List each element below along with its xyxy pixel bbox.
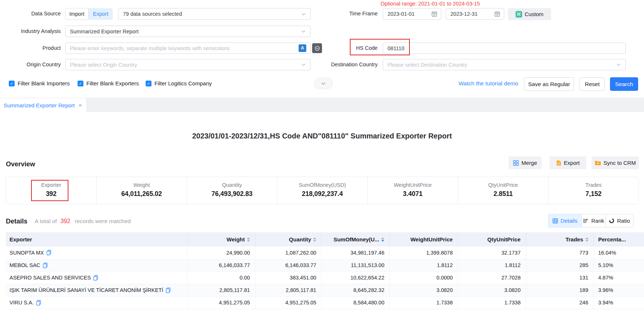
stat-sum-of-money: SumOfMoney(USD) 218,092,237.4 <box>277 177 368 204</box>
close-icon[interactable]: × <box>78 102 82 108</box>
cell-qty-unit-price: 27.7028 <box>458 271 526 284</box>
cell-percentage: 3.94% <box>594 296 644 309</box>
col-trades[interactable]: Trades <box>526 232 594 247</box>
stat-weight-unit-price: WeightUnitPrice 3.4071 <box>368 177 458 204</box>
filter-blank-exporters-checkbox[interactable]: ✓ Filter Blank Exporters <box>78 80 139 86</box>
col-qty-unit-price: QtyUnitPrice <box>458 232 526 247</box>
destination-country-select[interactable]: Please select Destination Country <box>383 59 626 70</box>
cell-percentage: 5.10% <box>594 259 644 271</box>
col-sum-of-money[interactable]: SumOfMoney(U... <box>322 232 390 247</box>
cell-weight-unit-price: 3.0820 <box>390 284 458 296</box>
filter-logitics-company-checkbox[interactable]: ✓ Filter Logitics Company <box>146 80 212 86</box>
cell-quantity: 2,805,117.81 <box>255 284 322 296</box>
copy-icon[interactable] <box>43 263 48 268</box>
checkbox-label: Filter Blank Exporters <box>86 80 139 86</box>
table-row[interactable]: IŞIK TARIM ÜRÜNLERİ SANAYİ VE TİCARET AN… <box>6 284 644 296</box>
report-title: 2023/01/01-2023/12/31,HS Code AND"081110… <box>0 132 644 140</box>
stat-quantity: Quantity 76,493,902.83 <box>187 177 277 204</box>
exporter-name-link[interactable]: SUNOPTA MX <box>10 250 44 256</box>
table-row[interactable]: SUNOPTA MX 24,990.00 1,087,262.00 34,981… <box>6 247 644 259</box>
copy-icon[interactable] <box>36 300 41 306</box>
optional-range-text: Optional range: 2021-01-01 to 2024-03-15 <box>381 1 480 7</box>
cell-trades: 773 <box>526 247 594 259</box>
data-sources-value: 79 data sources selected <box>123 11 182 17</box>
tutorial-demo-link[interactable]: Watch the tutorial demo <box>458 80 518 87</box>
translate-icon[interactable]: A <box>299 44 306 52</box>
cell-trades: 285 <box>526 259 594 271</box>
stat-label: WeightUnitPrice <box>394 182 432 188</box>
export-toggle-button[interactable]: Export <box>89 8 113 20</box>
sort-icon[interactable] <box>313 237 316 242</box>
cell-weight-unit-price: 1.7338 <box>390 296 458 309</box>
stat-value: 7,152 <box>585 190 602 198</box>
view-rank-button[interactable]: Rank <box>581 214 606 227</box>
start-date-value: 2023-01-01 <box>387 11 415 17</box>
folder-sync-icon <box>595 160 601 166</box>
cell-weight: 0.00 <box>187 271 255 284</box>
overview-heading: Overview <box>6 160 35 168</box>
merge-label: Merge <box>521 160 537 166</box>
merge-button[interactable]: Merge <box>509 156 542 169</box>
search-button[interactable]: Search <box>610 77 638 91</box>
col-quantity[interactable]: Quantity <box>255 232 322 247</box>
origin-country-select[interactable]: Please select Origin Country <box>65 59 311 70</box>
col-exporter: Exporter <box>6 232 187 247</box>
end-date-input[interactable]: 2023-12-31 <box>446 8 504 20</box>
data-sources-select[interactable]: 79 data sources selected <box>118 8 311 20</box>
hs-code-label: HS Code <box>356 42 378 54</box>
copy-icon[interactable] <box>46 250 51 255</box>
cell-quantity: 383,451.00 <box>255 271 322 284</box>
collapse-filters-button[interactable] <box>314 78 333 89</box>
product-label: Product <box>4 42 61 54</box>
table-row[interactable]: MEBOL SAC 6,146,033.77 6,146,033.77 11,1… <box>6 259 644 271</box>
cell-trades: 246 <box>526 296 594 309</box>
chevron-down-icon <box>301 29 306 34</box>
cell-percentage: 4.87% <box>594 271 644 284</box>
end-date-value: 2023-12-31 <box>450 11 478 17</box>
product-keywords-input[interactable] <box>65 42 311 54</box>
col-weight[interactable]: Weight <box>187 232 255 247</box>
copy-icon[interactable] <box>93 275 98 281</box>
import-toggle-button[interactable]: Import <box>65 8 89 20</box>
exporter-name-link[interactable]: VIRU S.A. <box>10 300 34 306</box>
export-button[interactable]: Export <box>550 156 586 169</box>
checkbox-label: Filter Blank Importers <box>18 80 70 86</box>
copy-icon[interactable] <box>166 288 171 293</box>
checkbox-checked-icon: ✓ <box>146 81 151 86</box>
origin-country-label: Origin Country <box>4 59 61 70</box>
filter-blank-importers-checkbox[interactable]: ✓ Filter Blank Importers <box>9 80 70 86</box>
view-ratio-button[interactable]: Ratio <box>606 214 633 227</box>
sync-to-crm-button[interactable]: Sync to CRM <box>592 156 639 169</box>
cell-qty-unit-price: 1.7338 <box>458 296 526 309</box>
cell-trades: 189 <box>526 284 594 296</box>
overview-stats-card: Exporter 392 Weight 64,011,265.02 Quanti… <box>6 177 639 204</box>
exporter-name-link[interactable]: IŞIK TARIM ÜRÜNLERİ SANAYİ VE TİCARET AN… <box>10 287 163 293</box>
exporter-name-link[interactable]: MEBOL SAC <box>10 262 40 268</box>
stat-label: QtyUnitPrice <box>488 182 518 188</box>
exporter-name-link[interactable]: ASEPRO SALES AND SERVICES <box>10 275 91 281</box>
tab-summarized-exporter-report[interactable]: Summarized Exporter Report × <box>0 98 87 112</box>
start-date-input[interactable]: 2023-01-01 <box>383 8 441 20</box>
sort-icon[interactable] <box>585 237 588 242</box>
details-header: Details A total of 392 records were matc… <box>6 216 131 226</box>
page: Optional range: 2021-01-01 to 2024-03-15… <box>0 0 644 311</box>
hs-code-input[interactable] <box>383 42 626 54</box>
chevron-down-icon <box>301 12 306 16</box>
sort-desc-icon[interactable] <box>381 237 384 242</box>
stat-value: 64,011,265.02 <box>121 190 162 198</box>
stat-label: Trades <box>585 182 602 188</box>
exact-match-icon[interactable] <box>312 43 322 53</box>
cell-weight: 4,951,275.05 <box>187 296 255 309</box>
view-details-button[interactable]: Details <box>548 214 582 227</box>
calendar-icon <box>431 11 437 17</box>
reset-button[interactable]: Reset <box>580 77 605 91</box>
save-as-regular-button[interactable]: Save as Regular <box>524 77 574 91</box>
cell-sum-of-money: 10,622,654.22 <box>322 271 390 284</box>
cell-quantity: 4,951,275.05 <box>255 296 322 309</box>
custom-label: Custom <box>525 11 544 17</box>
table-row[interactable]: ASEPRO SALES AND SERVICES 0.00 383,451.0… <box>6 271 644 284</box>
custom-range-button[interactable]: ⌘ Custom <box>508 8 551 20</box>
table-row[interactable]: VIRU S.A. 4,951,275.05 4,951,275.05 8,58… <box>6 296 644 309</box>
industry-analysis-select[interactable]: Summarized Exporter Report <box>65 26 311 37</box>
sort-icon[interactable] <box>247 237 250 242</box>
